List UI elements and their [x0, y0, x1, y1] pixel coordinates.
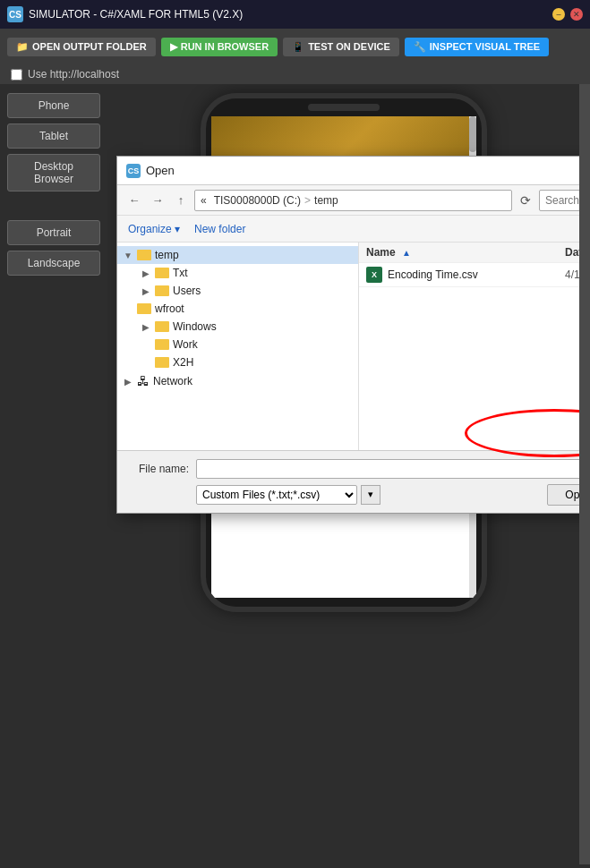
- phone-notch: [308, 104, 380, 111]
- dialog-title-bar: CS Open ✕: [117, 157, 579, 185]
- tree-label-temp: temp: [155, 249, 179, 261]
- network-icon: 🖧: [137, 374, 150, 388]
- tree-item-x2h[interactable]: X2H: [117, 353, 358, 371]
- dialog-title: Open: [146, 164, 579, 177]
- phone-icon: 📱: [292, 41, 304, 53]
- footer-filename-row: File name: ▾: [126, 459, 579, 479]
- dialog-footer: File name: ▾ Custom Files (*.txt;*.csv) …: [117, 450, 579, 513]
- folder-icon: 📁: [16, 41, 29, 53]
- file-type-row: Custom Files (*.txt;*.csv) ▾: [196, 485, 540, 505]
- inspect-icon: 🔧: [414, 41, 426, 53]
- new-folder-btn[interactable]: New folder: [191, 221, 249, 237]
- tree-item-work[interactable]: Work: [117, 336, 358, 353]
- dialog-body: ▼ temp ▶ Txt ▶ Users: [117, 243, 579, 450]
- expand-icon-x2h: [141, 357, 151, 368]
- filetype-dropdown-btn[interactable]: ▾: [361, 485, 381, 505]
- minimize-btn[interactable]: –: [552, 8, 565, 21]
- open-dialog: CS Open ✕ ← → ↑ « TIS0008000D (C:) > tem…: [116, 156, 579, 514]
- breadcrumb-bar: « TIS0008000D (C:) > temp: [194, 190, 512, 211]
- expand-icon-network: ▶: [123, 376, 133, 387]
- expand-icon-windows: ▶: [141, 321, 151, 332]
- tree-label-network: Network: [153, 375, 192, 387]
- tree-item-temp[interactable]: ▼ temp: [117, 246, 358, 264]
- window-controls: – ✕: [552, 8, 583, 21]
- main-area: Phone Tablet Desktop Browser Portrait La…: [0, 84, 590, 864]
- refresh-btn[interactable]: ⟳: [516, 191, 535, 210]
- inspect-visual-tree-button[interactable]: 🔧 INSPECT VISUAL TREE: [405, 38, 549, 56]
- expand-icon-wfroot: [123, 303, 133, 314]
- preview-area: Number of Units * Single Unit Multiple U…: [107, 84, 579, 864]
- tree-label-work: Work: [173, 338, 198, 351]
- search-input[interactable]: [539, 190, 579, 211]
- play-icon: ▶: [170, 41, 177, 53]
- back-btn[interactable]: ←: [124, 191, 144, 210]
- folder-icon-work: [155, 339, 169, 350]
- file-type-select[interactable]: Custom Files (*.txt;*.csv): [196, 485, 357, 505]
- portrait-btn[interactable]: Portrait: [7, 220, 100, 245]
- organize-btn[interactable]: Organize ▾: [124, 221, 184, 237]
- files-pane: Name ▲ Date modified X Encoding Time.csv…: [359, 243, 579, 450]
- dialog-actions: Organize ▾ New folder ☰ ⊞ ▾ ?: [117, 216, 579, 243]
- expand-icon-work: [141, 339, 151, 350]
- folder-icon-windows: [155, 321, 169, 332]
- use-localhost-label: Use http://localhost: [28, 68, 119, 81]
- title-bar: CS SIMULATOR - C#/XAML FOR HTML5 (V2.X) …: [0, 0, 590, 29]
- open-button[interactable]: Open: [547, 484, 579, 506]
- excel-icon: X: [366, 267, 382, 283]
- up-btn[interactable]: ↑: [171, 191, 191, 210]
- col-name-header[interactable]: Name ▲: [366, 246, 565, 259]
- dialog-icon: CS: [126, 164, 141, 178]
- open-folder-button[interactable]: 📁 OPEN OUTPUT FOLDER: [7, 38, 156, 56]
- footer-actions-row: Custom Files (*.txt;*.csv) ▾ Open Cancel: [126, 484, 579, 506]
- dialog-nav: ← → ↑ « TIS0008000D (C:) > temp ⟳ 🔍: [117, 185, 579, 216]
- scrollbar-thumb: [469, 116, 476, 152]
- tree-label-windows: Windows: [173, 320, 217, 333]
- file-name-encoding: Encoding Time.csv: [388, 268, 565, 281]
- tree-label-x2h: X2H: [173, 356, 193, 369]
- file-name-input[interactable]: [196, 459, 579, 479]
- tree-item-windows[interactable]: ▶ Windows: [117, 318, 358, 336]
- files-header: Name ▲ Date modified: [359, 243, 579, 263]
- tree-label-wfroot: wfroot: [155, 302, 184, 315]
- forward-btn[interactable]: →: [148, 191, 167, 210]
- use-localhost-bar: Use http://localhost: [0, 64, 590, 84]
- phone-btn[interactable]: Phone: [7, 93, 100, 118]
- use-localhost-checkbox[interactable]: [11, 69, 22, 81]
- sort-arrow: ▲: [402, 248, 411, 258]
- folder-icon-temp: [137, 250, 151, 260]
- tree-label-users: Users: [173, 285, 201, 297]
- folder-icon-x2h: [155, 357, 169, 368]
- tree-item-wfroot[interactable]: wfroot: [117, 300, 358, 318]
- col-date-header[interactable]: Date modified: [565, 246, 579, 259]
- tree-pane: ▼ temp ▶ Txt ▶ Users: [117, 243, 359, 450]
- tree-item-txt[interactable]: ▶ Txt: [117, 264, 358, 282]
- device-sidebar: Phone Tablet Desktop Browser Portrait La…: [0, 84, 107, 864]
- landscape-btn[interactable]: Landscape: [7, 251, 100, 276]
- expand-icon-txt: ▶: [141, 268, 151, 278]
- expand-icon-users: ▶: [141, 285, 151, 296]
- folder-icon-users: [155, 285, 169, 296]
- tree-item-network[interactable]: ▶ 🖧 Network: [117, 371, 358, 391]
- folder-icon-txt: [155, 268, 169, 278]
- expand-icon-temp: ▼: [123, 250, 133, 260]
- app-icon: CS: [7, 6, 23, 22]
- file-date-encoding: 4/17/2019 3:24 P…: [565, 268, 579, 281]
- right-sidebar: [579, 84, 590, 864]
- bc-root: «: [201, 194, 207, 207]
- test-on-device-button[interactable]: 📱 TEST ON DEVICE: [283, 38, 399, 56]
- tree-label-txt: Txt: [173, 267, 188, 279]
- tablet-btn[interactable]: Tablet: [7, 123, 100, 149]
- run-in-browser-button[interactable]: ▶ RUN IN BROWSER: [161, 38, 278, 56]
- close-btn[interactable]: ✕: [570, 8, 583, 21]
- toolbar: 📁 OPEN OUTPUT FOLDER ▶ RUN IN BROWSER 📱 …: [0, 29, 590, 64]
- desktop-browser-btn[interactable]: Desktop Browser: [7, 154, 100, 191]
- folder-icon-wfroot: [137, 303, 151, 314]
- app-title: SIMULATOR - C#/XAML FOR HTML5 (V2.X): [29, 8, 552, 21]
- file-name-label: File name:: [126, 463, 189, 475]
- tree-item-users[interactable]: ▶ Users: [117, 282, 358, 300]
- bc-folder: temp: [314, 194, 338, 207]
- file-row-encoding[interactable]: X Encoding Time.csv 4/17/2019 3:24 P…: [359, 263, 579, 287]
- bc-drive: TIS0008000D (C:): [214, 194, 301, 207]
